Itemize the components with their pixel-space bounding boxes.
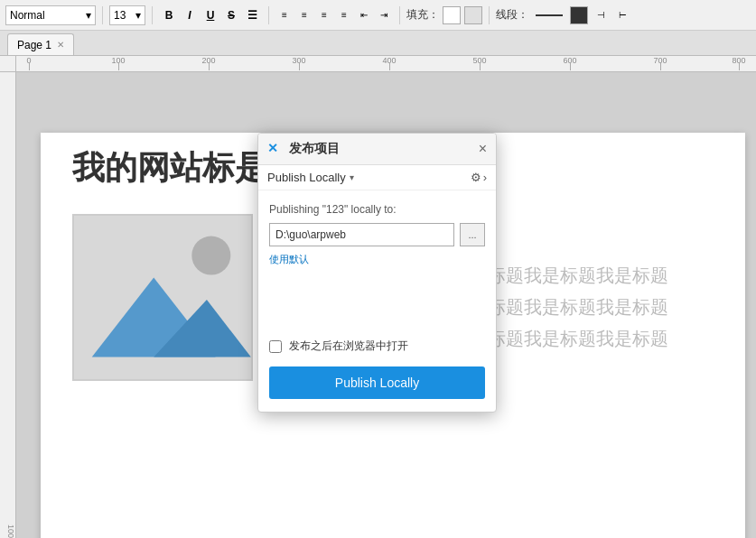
browse-button[interactable]: ... xyxy=(460,223,485,246)
line-style-left[interactable]: ⊣ xyxy=(592,6,610,24)
align-right-button[interactable]: ≡ xyxy=(315,6,333,24)
publishing-label: Publishing "123" locally to: xyxy=(269,203,485,216)
tab-label: Page 1 xyxy=(17,39,51,51)
settings-gear-icon: ⚙ xyxy=(471,171,481,184)
indent-left-button[interactable]: ⇤ xyxy=(355,6,373,24)
divider-2 xyxy=(152,6,153,24)
app-logo-icon: ✕ xyxy=(267,141,284,157)
path-input[interactable] xyxy=(269,223,454,246)
align-group: ≡ ≡ ≡ ≡ ⇤ ⇥ xyxy=(275,6,393,24)
publish-dialog: ✕ 发布项目 × Publish Locally ▾ ⚙ › Publishin… xyxy=(257,133,497,413)
align-center-button[interactable]: ≡ xyxy=(295,6,313,24)
divider-5 xyxy=(489,6,490,24)
dialog-overlay: ✕ 发布项目 × Publish Locally ▾ ⚙ › Publishin… xyxy=(0,56,756,538)
bold-button[interactable]: B xyxy=(159,5,179,25)
fill-label: 填充： xyxy=(406,7,439,23)
open-browser-checkbox-row: 发布之后在浏览器中打开 xyxy=(269,339,485,354)
dialog-title: 发布项目 xyxy=(289,141,340,157)
font-size-select[interactable]: 13 ▾ xyxy=(109,5,145,25)
font-size-chevron: ▾ xyxy=(135,9,141,22)
dialog-subheader: Publish Locally ▾ ⚙ › xyxy=(258,165,496,190)
divider-3 xyxy=(268,6,269,24)
publish-type-label: Publish Locally xyxy=(267,171,346,184)
divider-1 xyxy=(102,6,103,24)
dialog-title-row: ✕ 发布项目 xyxy=(267,141,340,157)
use-default-link[interactable]: 使用默认 xyxy=(269,254,309,264)
align-left-button[interactable]: ≡ xyxy=(275,6,294,24)
line-label: 线段： xyxy=(496,7,528,23)
tabbar: Page 1 ✕ xyxy=(0,31,756,56)
fill-color-box[interactable] xyxy=(443,6,461,24)
tab-close-icon[interactable]: ✕ xyxy=(57,40,64,50)
align-justify-button[interactable]: ≡ xyxy=(335,6,353,24)
line-preview xyxy=(536,14,563,16)
settings-chevron-icon: › xyxy=(483,171,487,184)
publish-type-selector[interactable]: Publish Locally ▾ xyxy=(267,171,354,184)
path-row: ... xyxy=(269,223,485,246)
settings-button[interactable]: ⚙ › xyxy=(471,171,487,184)
dialog-close-button[interactable]: × xyxy=(479,142,487,156)
style-label: Normal xyxy=(10,9,45,22)
publish-locally-button[interactable]: Publish Locally xyxy=(269,366,485,399)
dialog-body: Publishing "123" locally to: ... 使用默认 发布… xyxy=(258,190,496,412)
open-browser-label: 发布之后在浏览器中打开 xyxy=(289,339,408,354)
indent-right-button[interactable]: ⇥ xyxy=(375,6,393,24)
open-browser-checkbox[interactable] xyxy=(269,340,282,353)
font-style-group: B I U S ☰ xyxy=(159,5,262,25)
spacer xyxy=(269,266,485,339)
italic-button[interactable]: I xyxy=(180,5,200,25)
list-button[interactable]: ☰ xyxy=(242,5,262,25)
fill-section: 填充： xyxy=(406,6,482,24)
divider-4 xyxy=(399,6,400,24)
style-select[interactable]: Normal ▾ xyxy=(5,5,96,25)
fill-box-2[interactable] xyxy=(464,6,482,24)
dialog-header: ✕ 发布项目 × xyxy=(258,134,496,165)
line-section: 线段： ⊣ ⊢ xyxy=(496,6,631,24)
toolbar: Normal ▾ 13 ▾ B I U S ☰ ≡ ≡ ≡ ≡ ⇤ ⇥ 填充： … xyxy=(0,0,756,31)
canvas-area: 0 100 200 300 400 500 600 700 800 100 20… xyxy=(0,56,756,538)
strikethrough-button[interactable]: S xyxy=(221,5,241,25)
line-color-box[interactable] xyxy=(570,6,588,24)
font-size-label: 13 xyxy=(114,9,126,22)
line-style-right[interactable]: ⊢ xyxy=(613,6,631,24)
underline-button[interactable]: U xyxy=(201,5,220,25)
page-tab[interactable]: Page 1 ✕ xyxy=(7,33,74,55)
publish-type-chevron-icon: ▾ xyxy=(350,172,354,182)
style-chevron: ▾ xyxy=(86,9,91,22)
